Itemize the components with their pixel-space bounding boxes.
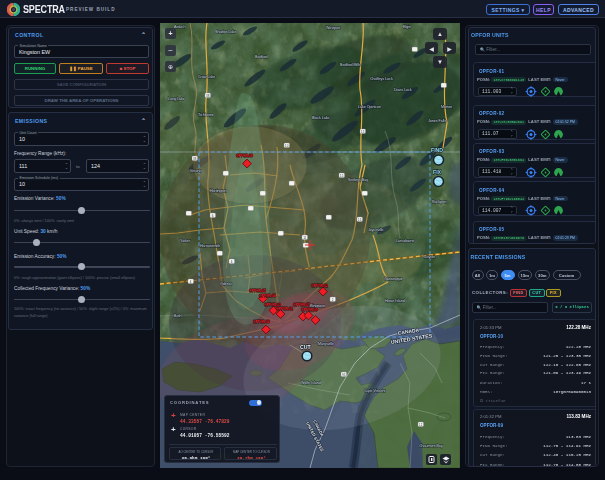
svg-text:OPFOR-04: OPFOR-04: [259, 294, 277, 298]
svg-text:OPFOR-08: OPFOR-08: [236, 154, 253, 158]
svg-text:Bedford: Bedford: [255, 55, 268, 59]
svg-text:Tichborne: Tichborne: [198, 113, 214, 117]
svg-text:OPFOR-05: OPFOR-05: [249, 289, 266, 293]
svg-text:Lake Opinicon: Lake Opinicon: [358, 105, 381, 109]
svg-text:Bath: Bath: [174, 314, 181, 318]
svg-text:Gananoque: Gananoque: [384, 277, 403, 281]
svg-text:Black Lake: Black Lake: [312, 116, 330, 120]
svg-text:15: 15: [361, 130, 365, 134]
svg-text:Yarker: Yarker: [180, 239, 191, 243]
svg-text:Wolfe Island: Wolfe Island: [301, 381, 321, 385]
svg-text:Bedford Mills: Bedford Mills: [340, 63, 361, 67]
svg-text:Harrowsmith: Harrowsmith: [200, 244, 220, 248]
svg-text:Morton: Morton: [441, 105, 452, 109]
svg-text:Odessa: Odessa: [220, 282, 232, 286]
svg-text:Joyceville: Joyceville: [368, 228, 384, 232]
svg-text:Long Lake: Long Lake: [168, 97, 185, 101]
svg-text:10: 10: [285, 144, 289, 148]
svg-text:OPFOR-09: OPFOR-09: [301, 308, 318, 312]
svg-text:15: 15: [340, 174, 344, 178]
svg-text:OPFOR-06: OPFOR-06: [253, 320, 270, 324]
svg-text:Crow Lake: Crow Lake: [198, 75, 215, 79]
svg-text:OPFOR-01: OPFOR-01: [276, 307, 293, 311]
svg-text:Lansdowne: Lansdowne: [396, 239, 414, 243]
svg-text:38: 38: [193, 157, 197, 161]
svg-text:FIX: FIX: [433, 169, 442, 175]
svg-text:Marysville: Marysville: [318, 342, 334, 346]
svg-text:15: 15: [358, 218, 362, 222]
svg-text:12: 12: [419, 423, 423, 427]
svg-text:Hartington: Hartington: [210, 189, 227, 193]
svg-text:Westport: Westport: [326, 26, 340, 30]
svg-text:OPFOR-02: OPFOR-02: [311, 284, 328, 288]
svg-text:Seeleys Bay: Seeleys Bay: [348, 178, 368, 182]
svg-text:Chaumont Bay: Chaumont Bay: [419, 444, 443, 448]
svg-text:Cape Vincent: Cape Vincent: [364, 389, 386, 393]
svg-text:Chaffeys Lock: Chaffeys Lock: [370, 77, 393, 81]
svg-text:Verona: Verona: [190, 169, 201, 173]
svg-text:Jones Falls: Jones Falls: [428, 119, 446, 123]
svg-text:OPFOR-07: OPFOR-07: [293, 303, 310, 307]
svg-text:Sharbot Lake: Sharbot Lake: [215, 30, 236, 34]
svg-text:Rockport: Rockport: [432, 200, 446, 204]
svg-text:11: 11: [303, 236, 306, 240]
svg-text:Clayton: Clayton: [423, 255, 435, 259]
svg-text:38: 38: [206, 94, 210, 98]
svg-text:Davis Lock: Davis Lock: [394, 88, 412, 92]
svg-text:FIND: FIND: [431, 147, 443, 153]
svg-text:CUT: CUT: [300, 344, 311, 350]
svg-text:Elgin: Elgin: [403, 25, 411, 29]
svg-text:95: 95: [342, 373, 346, 377]
svg-text:Howe Island: Howe Island: [385, 299, 405, 303]
